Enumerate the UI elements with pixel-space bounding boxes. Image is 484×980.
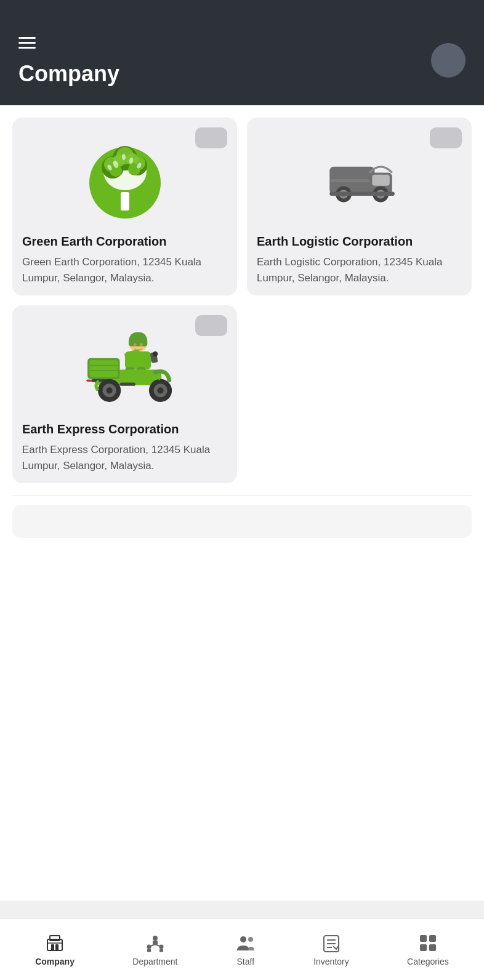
header-left: Company bbox=[18, 37, 119, 87]
nav-item-staff[interactable]: Staff bbox=[226, 928, 265, 971]
card-badge-earth-express bbox=[195, 315, 227, 336]
nav-label-company: Company bbox=[35, 957, 75, 966]
company-card-grid: Green Earth Corporation Green Earth Corp… bbox=[12, 118, 472, 483]
svg-rect-64 bbox=[147, 949, 151, 952]
svg-point-39 bbox=[152, 351, 157, 356]
card-image-earth-express bbox=[22, 315, 227, 414]
svg-point-33 bbox=[133, 343, 136, 346]
card-image-earth-logistic bbox=[257, 127, 462, 226]
svg-rect-44 bbox=[89, 360, 118, 377]
company-card-earth-express[interactable]: Earth Express Corporation Earth Express … bbox=[12, 305, 237, 483]
nav-item-inventory[interactable]: Inventory bbox=[304, 928, 359, 971]
company-card-green-earth[interactable]: Green Earth Corporation Green Earth Corp… bbox=[12, 118, 237, 295]
svg-point-61 bbox=[153, 936, 158, 941]
company-card-earth-logistic[interactable]: Earth Logistic Corporation Earth Logisti… bbox=[247, 118, 472, 295]
avatar[interactable] bbox=[431, 43, 466, 78]
card-badge-green-earth bbox=[195, 127, 227, 148]
svg-point-34 bbox=[139, 343, 142, 346]
nav-label-inventory: Inventory bbox=[313, 957, 349, 966]
card-badge-earth-logistic bbox=[430, 127, 462, 148]
main-content: Green Earth Corporation Green Earth Corp… bbox=[0, 105, 484, 901]
bottom-nav: Company Department bbox=[0, 918, 484, 980]
nav-item-department[interactable]: Department bbox=[123, 928, 187, 971]
nav-item-categories[interactable]: Categories bbox=[397, 928, 459, 971]
hamburger-menu-icon[interactable] bbox=[18, 37, 119, 49]
card-address-green-earth: Green Earth Corporation, 12345 Kuala Lum… bbox=[22, 254, 227, 286]
search-bar[interactable] bbox=[12, 505, 472, 538]
tree-illustration bbox=[82, 134, 168, 220]
svg-rect-22 bbox=[372, 175, 389, 186]
staff-icon bbox=[236, 933, 256, 953]
svg-rect-78 bbox=[420, 944, 427, 951]
svg-rect-55 bbox=[119, 383, 135, 386]
card-image-green-earth bbox=[22, 127, 227, 226]
svg-rect-1 bbox=[121, 192, 129, 211]
svg-rect-30 bbox=[329, 179, 369, 182]
svg-rect-79 bbox=[429, 944, 436, 951]
header: Company bbox=[0, 0, 484, 105]
page-title: Company bbox=[18, 61, 119, 87]
inventory-icon bbox=[321, 933, 341, 953]
card-title-earth-express: Earth Express Corporation bbox=[22, 421, 227, 437]
truck-illustration bbox=[320, 143, 400, 211]
svg-rect-58 bbox=[51, 944, 54, 950]
svg-rect-76 bbox=[420, 935, 427, 942]
svg-point-71 bbox=[248, 937, 253, 942]
svg-rect-77 bbox=[429, 935, 436, 942]
svg-point-54 bbox=[157, 387, 163, 393]
card-address-earth-express: Earth Express Corporation, 12345 Kuala L… bbox=[22, 442, 227, 473]
svg-rect-29 bbox=[329, 191, 395, 196]
nav-label-department: Department bbox=[132, 957, 177, 966]
card-address-earth-logistic: Earth Logistic Corporation, 12345 Kuala … bbox=[257, 254, 462, 286]
content-divider bbox=[12, 496, 472, 496]
nav-label-staff: Staff bbox=[237, 957, 255, 966]
company-icon bbox=[45, 933, 65, 953]
categories-icon bbox=[418, 933, 438, 953]
svg-rect-66 bbox=[159, 949, 163, 952]
svg-point-70 bbox=[240, 936, 246, 942]
department-icon bbox=[145, 933, 165, 953]
card-title-earth-logistic: Earth Logistic Corporation bbox=[257, 233, 462, 249]
svg-rect-32 bbox=[128, 341, 147, 346]
card-title-green-earth: Green Earth Corporation bbox=[22, 233, 227, 249]
scooter-illustration bbox=[57, 318, 193, 411]
svg-point-51 bbox=[106, 387, 112, 393]
nav-item-company[interactable]: Company bbox=[25, 928, 84, 971]
nav-label-categories: Categories bbox=[407, 957, 449, 966]
svg-rect-59 bbox=[55, 944, 58, 950]
